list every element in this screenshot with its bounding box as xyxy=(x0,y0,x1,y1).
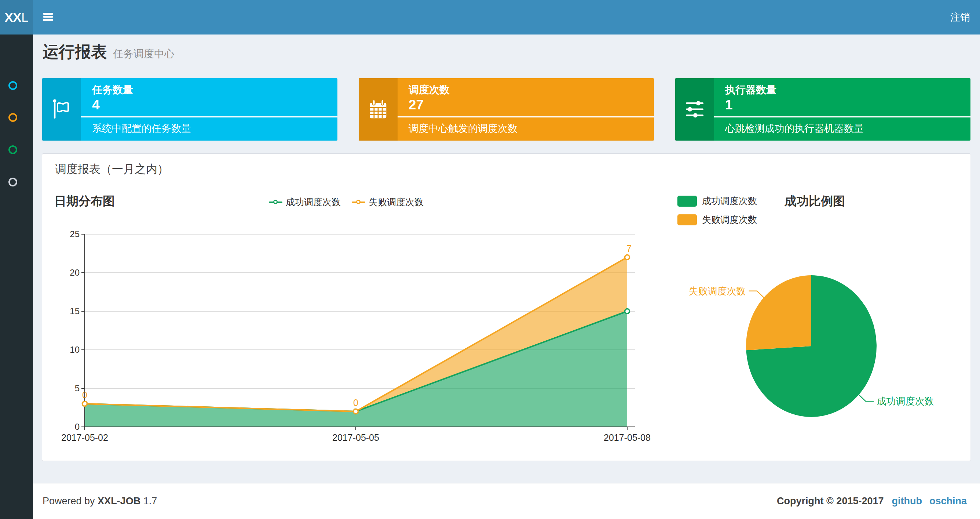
svg-text:2017-05-02: 2017-05-02 xyxy=(61,433,108,443)
sliders-icon xyxy=(675,78,714,141)
svg-text:0: 0 xyxy=(82,390,87,400)
date-distribution-chart: 05101520252017-05-022017-05-052017-05-08… xyxy=(44,220,660,459)
success-ratio-pie-chart: 成功调度次数失败调度次数 xyxy=(664,235,968,444)
logout-link[interactable]: 注销 xyxy=(950,0,970,35)
sidebar-item-job-manage-icon[interactable] xyxy=(8,113,17,122)
line-chart-legend: 成功调度次数 失败调度次数 xyxy=(269,196,424,208)
card-title: 执行器数量 xyxy=(725,83,776,97)
github-link[interactable]: github xyxy=(892,495,922,507)
svg-text:5: 5 xyxy=(75,383,80,393)
app-logo[interactable]: XXL xyxy=(0,0,33,35)
card-title: 调度次数 xyxy=(409,83,450,97)
line-chart-title: 日期分布图 xyxy=(54,193,115,209)
legend-item-success[interactable]: 成功调度次数 xyxy=(678,195,757,207)
panel-header-divider xyxy=(43,184,970,184)
oschina-link[interactable]: oschina xyxy=(929,495,967,507)
sidebar xyxy=(0,35,33,519)
line-legend-marker-icon xyxy=(269,200,282,204)
footer: Powered by XXL-JOB 1.7 Copyright © 2015-… xyxy=(33,483,980,519)
legend-item-success[interactable]: 成功调度次数 xyxy=(269,196,341,208)
card-description: 心跳检测成功的执行器机器数量 xyxy=(725,122,864,135)
page-title: 运行报表 xyxy=(43,43,107,61)
line-legend-marker-icon xyxy=(352,200,365,204)
sidebar-item-job-log-icon[interactable] xyxy=(8,145,17,154)
sidebar-item-help-icon[interactable] xyxy=(8,178,17,187)
stat-card-executor-count: 执行器数量 1 心跳检测成功的执行器机器数量 xyxy=(675,78,970,141)
page-subtitle: 任务调度中心 xyxy=(113,48,175,59)
svg-text:2017-05-05: 2017-05-05 xyxy=(332,433,379,443)
svg-text:0: 0 xyxy=(75,422,80,432)
calendar-icon xyxy=(359,78,398,141)
powered-by: Powered by XXL-JOB 1.7 xyxy=(43,495,157,507)
svg-text:7: 7 xyxy=(627,243,632,254)
card-description: 系统中配置的任务数量 xyxy=(92,122,191,135)
card-value: 1 xyxy=(725,97,733,113)
pie-chart-legend: 成功调度次数 失败调度次数 xyxy=(678,195,757,226)
svg-text:失败调度次数: 失败调度次数 xyxy=(689,286,746,297)
legend-item-fail[interactable]: 失败调度次数 xyxy=(678,214,757,226)
card-description: 调度中心触发的调度次数 xyxy=(409,122,517,135)
svg-text:10: 10 xyxy=(70,345,80,355)
sidebar-item-report-icon[interactable] xyxy=(8,81,17,90)
card-title: 任务数量 xyxy=(92,83,133,97)
page-heading: 运行报表任务调度中心 xyxy=(43,41,175,63)
card-value: 4 xyxy=(92,97,100,113)
svg-text:2017-05-08: 2017-05-08 xyxy=(604,433,651,443)
swatch-icon xyxy=(678,214,697,225)
flag-icon xyxy=(42,78,81,141)
top-navbar: XXL 注销 xyxy=(0,0,980,35)
svg-text:15: 15 xyxy=(70,306,80,316)
svg-text:0: 0 xyxy=(353,398,358,408)
dashboard-page: XXL 注销 运行报表任务调度中心 任务数量 4 系统中配置的任务数量 xyxy=(0,0,980,519)
hamburger-menu-icon[interactable] xyxy=(43,13,53,21)
swatch-icon xyxy=(678,196,697,207)
panel-title: 调度报表（一月之内） xyxy=(55,161,169,177)
pie-chart-title: 成功比例图 xyxy=(784,193,845,209)
copyright: Copyright © 2015-2017 xyxy=(777,495,884,507)
svg-text:20: 20 xyxy=(70,268,80,278)
legend-item-fail[interactable]: 失败调度次数 xyxy=(352,196,424,208)
svg-text:成功调度次数: 成功调度次数 xyxy=(877,396,934,407)
stat-card-job-count: 任务数量 4 系统中配置的任务数量 xyxy=(42,78,337,141)
card-value: 27 xyxy=(409,97,424,113)
stat-card-trigger-count: 调度次数 27 调度中心触发的调度次数 xyxy=(359,78,654,141)
svg-text:25: 25 xyxy=(70,229,80,239)
